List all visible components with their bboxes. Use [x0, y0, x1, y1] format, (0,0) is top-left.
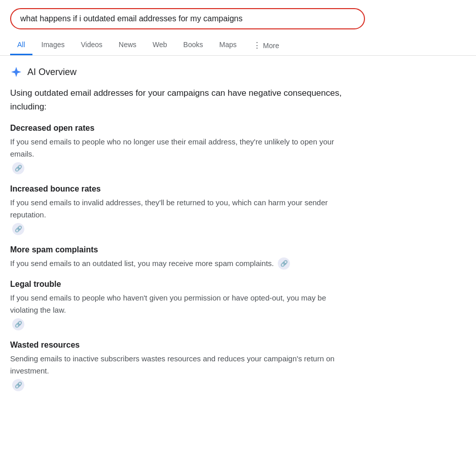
link-badge-4[interactable]: 🔗 [12, 318, 24, 330]
ai-intro-text: Using outdated email addresses for your … [10, 86, 345, 114]
consequence-desc-1: If you send emails to people who no long… [10, 136, 345, 174]
consequence-item-4: Legal trouble If you send emails to peop… [10, 280, 345, 330]
tab-all[interactable]: All [10, 35, 32, 55]
tab-images[interactable]: Images [34, 35, 72, 55]
more-label: More [263, 42, 279, 50]
tab-books[interactable]: Books [176, 35, 210, 55]
search-bar-section: what happens if i outdated email address… [0, 0, 476, 29]
consequence-title-1: Decreased open rates [10, 124, 345, 133]
search-input[interactable]: what happens if i outdated email address… [10, 8, 365, 29]
tab-videos[interactable]: Videos [74, 35, 109, 55]
consequence-title-3: More spam complaints [10, 245, 345, 254]
consequence-desc-3: If you send emails to an outdated list, … [10, 257, 345, 270]
consequence-item-1: Decreased open rates If you send emails … [10, 124, 345, 174]
link-badge-1[interactable]: 🔗 [12, 162, 24, 174]
consequence-desc-2: If you send emails to invalid addresses,… [10, 197, 345, 235]
link-badge-3[interactable]: 🔗 [278, 257, 290, 270]
main-content: AI Overview Using outdated email address… [0, 56, 355, 411]
consequence-title-4: Legal trouble [10, 280, 345, 289]
consequence-title-2: Increased bounce rates [10, 184, 345, 194]
ai-overview-header: AI Overview [10, 66, 345, 78]
tab-news[interactable]: News [112, 35, 143, 55]
search-tabs: All Images Videos News Web Books Maps ⋮ … [0, 35, 476, 56]
consequence-title-5: Wasted resources [10, 341, 345, 350]
link-badge-2[interactable]: 🔗 [12, 223, 24, 235]
ai-overview-title: AI Overview [27, 67, 77, 78]
consequence-desc-4: If you send emails to people who haven't… [10, 292, 345, 330]
consequence-desc-5: Sending emails to inactive subscribers w… [10, 353, 345, 391]
ai-diamond-icon [10, 66, 22, 78]
dots-icon: ⋮ [253, 41, 261, 50]
consequence-item-3: More spam complaints If you send emails … [10, 245, 345, 270]
consequence-item-5: Wasted resources Sending emails to inact… [10, 341, 345, 391]
tab-maps[interactable]: Maps [212, 35, 244, 55]
tab-more[interactable]: ⋮ More [246, 35, 286, 55]
link-badge-5[interactable]: 🔗 [12, 379, 24, 391]
tab-web[interactable]: Web [145, 35, 174, 55]
consequence-item-2: Increased bounce rates If you send email… [10, 184, 345, 235]
